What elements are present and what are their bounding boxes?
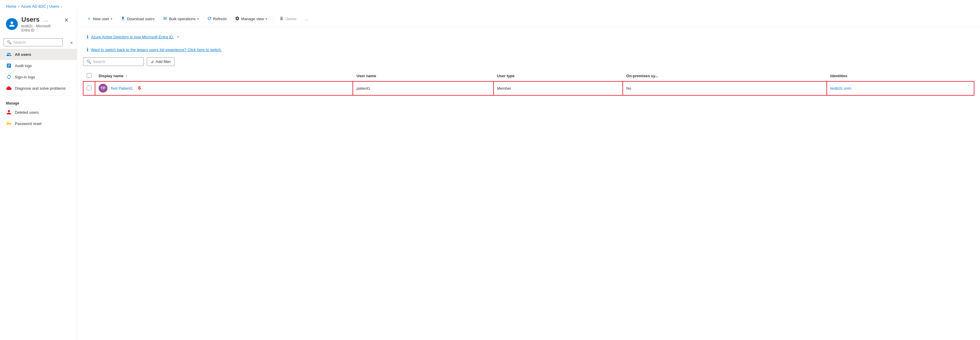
table-body: TP Test Patient1 6 patient1 Member (83, 81, 974, 95)
filter-funnel-icon: ⊿ (151, 59, 154, 64)
content-area: ＋ New user ▾ Download users Bulk operati… (77, 11, 980, 340)
sidebar-item-audit-logs[interactable]: Audit logs (0, 60, 77, 71)
breadcrumb-azure-ad[interactable]: Azure AD B2C | Users (21, 4, 59, 9)
sidebar: Users ... testb2c - Microsoft Entra ID ✕… (0, 11, 77, 340)
download-users-button[interactable]: Download users (117, 14, 158, 24)
sidebar-header: Users ... testb2c - Microsoft Entra ID ✕ (0, 11, 77, 36)
bulk-ops-icon (163, 16, 167, 22)
info-banner-entra-link[interactable]: Azure Active Directory is now Microsoft … (91, 35, 174, 39)
sidebar-item-diagnose-label: Diagnose and solve problems (15, 86, 66, 91)
nav-divider (3, 95, 73, 96)
manage-section-label: Manage (0, 98, 77, 106)
user-avatar: TP (99, 84, 108, 93)
header-user-type: User type (493, 71, 623, 81)
sidebar-item-deleted-users-label: Deleted users (15, 110, 38, 114)
sidebar-item-diagnose[interactable]: Diagnose and solve problems (0, 83, 77, 94)
header-display-name[interactable]: Display name ↑ (95, 71, 353, 81)
row-number: 6 (138, 86, 141, 91)
more-icon: ... (305, 17, 308, 21)
toolbar: ＋ New user ▾ Download users Bulk operati… (77, 11, 980, 27)
sidebar-avatar-icon (6, 18, 18, 30)
bulk-ops-chevron: ▾ (197, 17, 199, 21)
sidebar-item-all-users-label: All users (15, 52, 31, 57)
info-icon-1: ℹ (87, 34, 89, 40)
breadcrumb: Home › Azure AD B2C | Users › (0, 0, 980, 11)
select-all-checkbox[interactable] (87, 73, 91, 78)
manage-view-chevron: ▾ (266, 17, 267, 21)
info-banner-entra: ℹ Azure Active Directory is now Microsof… (83, 32, 974, 42)
password-reset-icon (6, 121, 12, 127)
row-on-premises: No (626, 86, 632, 91)
filter-search-box[interactable]: 🔍 (83, 57, 144, 66)
new-user-button[interactable]: ＋ New user ▾ (83, 14, 116, 24)
row-user-name: patient1 (356, 86, 370, 91)
delete-icon (279, 16, 284, 22)
sort-icon: ↑ (126, 74, 127, 78)
content-body: ℹ Azure Active Directory is now Microsof… (77, 27, 980, 340)
row-user-name-cell: patient1 (353, 81, 493, 95)
close-button[interactable]: ✕ (62, 16, 71, 25)
row-display-name-cell: TP Test Patient1 6 (95, 81, 353, 95)
filter-search-icon: 🔍 (86, 59, 91, 64)
all-users-icon (6, 51, 12, 57)
more-button[interactable]: ... (301, 15, 312, 23)
manage-view-button[interactable]: Manage view ▾ (231, 14, 270, 24)
sidebar-search-input[interactable] (13, 40, 59, 44)
add-filter-button[interactable]: ⊿ Add filter (147, 57, 175, 66)
sidebar-item-password-reset-label: Password reset (15, 121, 41, 126)
info-icon-2: ℹ (87, 47, 89, 52)
info-banner-legacy-link[interactable]: Want to switch back to the legacy users … (91, 48, 222, 52)
sidebar-item-deleted-users[interactable]: Deleted users (0, 106, 77, 118)
sidebar-item-signin-logs[interactable]: Sign-in logs (0, 71, 77, 83)
users-table: Display name ↑ User name User type On-pr… (83, 71, 974, 95)
user-display-name-link[interactable]: Test Patient1 (110, 86, 133, 91)
sidebar-search-row: 🔍 « (0, 36, 77, 49)
breadcrumb-home[interactable]: Home (6, 4, 16, 9)
deleted-users-icon (6, 109, 12, 115)
collapse-button[interactable]: « (67, 38, 76, 47)
diagnose-icon (6, 85, 12, 91)
sidebar-subtitle: testb2c - Microsoft Entra ID (21, 24, 58, 32)
header-checkbox-col (83, 71, 95, 81)
sidebar-search-icon: 🔍 (7, 40, 11, 44)
row-checkbox[interactable] (87, 86, 91, 90)
header-on-premises: On-premises sy... (623, 71, 827, 81)
sidebar-item-signin-logs-label: Sign-in logs (15, 75, 35, 79)
row-on-premises-cell: No (623, 81, 827, 95)
signin-logs-icon (6, 74, 12, 80)
sidebar-more-button[interactable]: ... (42, 16, 50, 24)
delete-button[interactable]: Delete (275, 14, 300, 24)
sidebar-search-box[interactable]: 🔍 (3, 38, 63, 46)
external-link-icon-1: ↗ (177, 35, 179, 39)
new-user-icon: ＋ (87, 16, 91, 22)
download-icon (121, 16, 125, 22)
info-banner-legacy: ℹ Want to switch back to the legacy user… (83, 44, 974, 55)
header-identities: Identities (827, 71, 974, 81)
refresh-icon (207, 16, 212, 22)
row-identity-link[interactable]: testb2c.onm (830, 86, 851, 91)
sidebar-search-container: 🔍 (0, 36, 66, 49)
filter-row: 🔍 ⊿ Add filter (83, 57, 974, 66)
toolbar-separator (273, 16, 273, 22)
table-row: TP Test Patient1 6 patient1 Member (83, 81, 974, 95)
add-filter-label: Add filter (156, 59, 171, 64)
refresh-button[interactable]: Refresh (204, 14, 231, 24)
row-user-type-cell: Member (493, 81, 623, 95)
sidebar-nav: All users Audit logs Sign-in logs (0, 49, 77, 340)
filter-search-input[interactable] (93, 59, 140, 64)
sidebar-item-all-users[interactable]: All users (0, 49, 77, 60)
sidebar-title-text: Users (21, 16, 40, 24)
sidebar-item-audit-logs-label: Audit logs (15, 64, 32, 68)
audit-logs-icon (6, 63, 12, 68)
manage-view-icon (235, 16, 240, 22)
new-user-chevron: ▾ (111, 17, 112, 21)
header-user-name: User name (353, 71, 493, 81)
row-user-type: Member (497, 86, 511, 91)
sidebar-item-password-reset[interactable]: Password reset (0, 118, 77, 129)
bulk-operations-button[interactable]: Bulk operations ▾ (159, 14, 202, 24)
row-checkbox-cell (83, 81, 95, 95)
row-identity-cell: testb2c.onm (827, 81, 974, 95)
table-header: Display name ↑ User name User type On-pr… (83, 71, 974, 81)
